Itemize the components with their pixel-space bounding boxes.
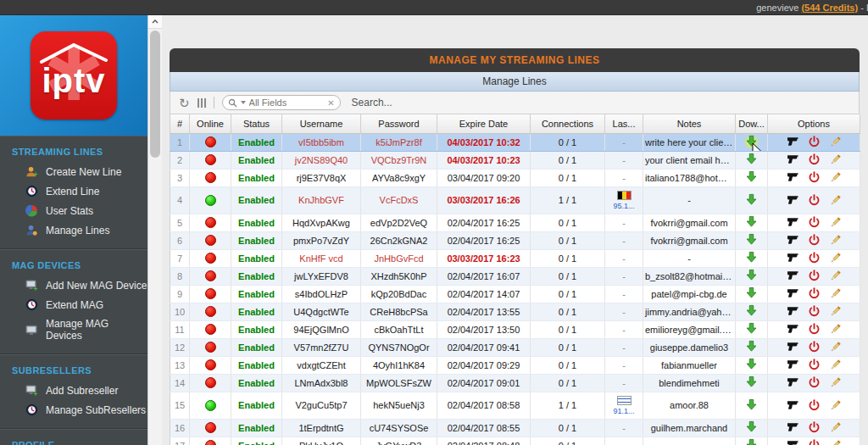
- last-ip-link[interactable]: 95.1...: [613, 202, 634, 210]
- sidebar-item-user-stats[interactable]: User Stats: [0, 201, 147, 220]
- disable-line-icon[interactable]: [808, 153, 821, 166]
- table-row[interactable]: 15EnabledV2guCu5tp7hekN5ueNj302/04/2017 …: [170, 392, 860, 419]
- table-row[interactable]: 12EnabledV57mn2fZ7UQYNS7NOgOr02/04/2017 …: [170, 338, 860, 356]
- edit-line-icon[interactable]: [829, 270, 842, 282]
- search-label[interactable]: Search...: [352, 97, 392, 108]
- edit-line-icon[interactable]: [829, 194, 842, 207]
- column-header-notes[interactable]: Notes: [643, 114, 736, 133]
- download-cell[interactable]: [736, 169, 768, 186]
- disable-line-icon[interactable]: [808, 376, 821, 389]
- iptv-logo[interactable]: ✱ iptv: [31, 31, 117, 120]
- disable-line-icon[interactable]: [808, 399, 821, 412]
- scrollbar-thumb[interactable]: [150, 31, 160, 158]
- edit-line-icon[interactable]: [829, 439, 842, 445]
- disable-line-icon[interactable]: [808, 171, 821, 184]
- options-cell[interactable]: [768, 285, 860, 303]
- options-cell[interactable]: [768, 419, 860, 437]
- edit-line-icon[interactable]: [829, 305, 842, 318]
- clear-filter-icon[interactable]: ✕: [327, 98, 334, 108]
- column-header-connections[interactable]: Connections: [531, 114, 605, 133]
- download-cell[interactable]: [736, 151, 768, 169]
- options-cell[interactable]: [768, 437, 860, 445]
- options-cell[interactable]: [768, 374, 860, 392]
- kill-connection-icon[interactable]: [787, 341, 799, 353]
- download-m3u-icon[interactable]: [744, 153, 759, 167]
- options-cell[interactable]: [768, 151, 860, 169]
- kill-connection-icon[interactable]: [787, 323, 799, 336]
- download-m3u-icon[interactable]: [744, 135, 759, 149]
- table-row[interactable]: 2Enabledjv2NS89Q40VQCbz9Tr9N04/03/2017 1…: [170, 151, 860, 169]
- sidebar-item-manage-lines[interactable]: Manage Lines: [0, 220, 147, 240]
- last-ip-link[interactable]: 91.1...: [613, 407, 634, 415]
- disable-line-icon[interactable]: [808, 439, 821, 445]
- column-header-online[interactable]: Online: [190, 114, 231, 133]
- disable-line-icon[interactable]: [808, 194, 821, 207]
- column-header-options[interactable]: Options: [768, 114, 860, 133]
- kill-connection-icon[interactable]: [787, 270, 799, 282]
- edit-line-icon[interactable]: [829, 359, 842, 371]
- sidebar-item-extend-mag[interactable]: Extend MAG: [0, 295, 147, 314]
- download-m3u-icon[interactable]: [744, 269, 759, 283]
- edit-line-icon[interactable]: [829, 399, 842, 412]
- filter-field-pill[interactable]: ✕: [222, 95, 341, 110]
- options-cell[interactable]: [768, 186, 860, 214]
- column-header-expire-date[interactable]: Expire Date: [437, 114, 531, 133]
- options-cell[interactable]: [768, 392, 860, 419]
- download-m3u-icon[interactable]: [744, 215, 759, 230]
- table-row[interactable]: 10EnabledU4QdgctWTeCReH8bcPSa02/04/2017 …: [170, 303, 860, 320]
- table-row[interactable]: 11Enabled94EjQGlMnOcBkOahTtLt02/04/2017 …: [170, 320, 860, 338]
- edit-line-icon[interactable]: [829, 287, 842, 300]
- disable-line-icon[interactable]: [808, 287, 821, 300]
- table-row[interactable]: 9Enableds4IbdOLHzPkQp20BdDac02/04/2017 1…: [170, 285, 860, 303]
- disable-line-icon[interactable]: [808, 216, 821, 229]
- kill-connection-icon[interactable]: [787, 194, 799, 207]
- download-m3u-icon[interactable]: [744, 340, 759, 354]
- kill-connection-icon[interactable]: [787, 136, 799, 148]
- table-row[interactable]: 6EnabledpmxPo7vZdY26Cn2kGNA202/04/2017 1…: [170, 231, 860, 249]
- download-m3u-icon[interactable]: [744, 251, 759, 265]
- download-cell[interactable]: [736, 374, 768, 392]
- kill-connection-icon[interactable]: [787, 376, 799, 389]
- last-ip-cell[interactable]: 95.1...: [605, 186, 643, 214]
- edit-line-icon[interactable]: [829, 376, 842, 389]
- kill-connection-icon[interactable]: [787, 153, 799, 166]
- options-cell[interactable]: [768, 169, 860, 186]
- download-m3u-icon[interactable]: [744, 322, 759, 337]
- kill-connection-icon[interactable]: [787, 287, 799, 300]
- edit-line-icon[interactable]: [829, 252, 842, 264]
- table-row[interactable]: 8EnabledjwLYxEFDV8XHzdh5K0hP02/04/2017 1…: [170, 267, 860, 285]
- download-cell[interactable]: [736, 303, 768, 320]
- edit-line-icon[interactable]: [829, 136, 842, 148]
- download-cell[interactable]: [736, 338, 768, 356]
- table-row[interactable]: 5EnabledHqdXvpAKwgedVp2D2VeQ02/04/2017 1…: [170, 214, 860, 231]
- edit-line-icon[interactable]: [829, 234, 842, 247]
- sidebar-item-create-new-line[interactable]: +Create New Line: [0, 162, 147, 181]
- edit-line-icon[interactable]: [829, 421, 842, 434]
- kill-connection-icon[interactable]: [787, 421, 799, 434]
- kill-connection-icon[interactable]: [787, 216, 799, 229]
- sidebar-item-manage-subresellers[interactable]: Manage SubResellers: [0, 400, 147, 420]
- table-row[interactable]: 13EnabledvdxgtCZEht4OyhI1hK8402/04/2017 …: [170, 356, 860, 374]
- disable-line-icon[interactable]: [808, 421, 821, 434]
- edit-line-icon[interactable]: [829, 323, 842, 336]
- disable-line-icon[interactable]: [808, 252, 821, 264]
- download-cell[interactable]: [736, 320, 768, 338]
- table-row[interactable]: 7EnabledKnHfF vcdJnHbGvFcd03/03/2017 16:…: [170, 249, 860, 267]
- column-header-status[interactable]: Status: [231, 114, 282, 133]
- options-cell[interactable]: [768, 214, 860, 231]
- download-cell[interactable]: [736, 186, 768, 214]
- edit-line-icon[interactable]: [829, 171, 842, 184]
- options-cell[interactable]: [768, 231, 860, 249]
- kill-connection-icon[interactable]: [787, 359, 799, 371]
- credits-link[interactable]: (544 Credits): [801, 3, 858, 13]
- table-row[interactable]: 17EnabledPkUvJv1QJvGYvwD302/04/2017 08:4…: [170, 437, 860, 445]
- column-header-dow-[interactable]: Dow...: [736, 114, 768, 133]
- options-cell[interactable]: [768, 356, 860, 374]
- kill-connection-icon[interactable]: [787, 252, 799, 264]
- download-cell[interactable]: [736, 133, 768, 151]
- edit-line-icon[interactable]: [829, 216, 842, 229]
- column-header-password[interactable]: Password: [361, 114, 437, 133]
- column-header-username[interactable]: Username: [282, 114, 361, 133]
- options-cell[interactable]: [768, 249, 860, 267]
- table-row[interactable]: 1EnabledvI5tbb5ibmk5iJmPzr8f04/03/2017 1…: [170, 133, 860, 151]
